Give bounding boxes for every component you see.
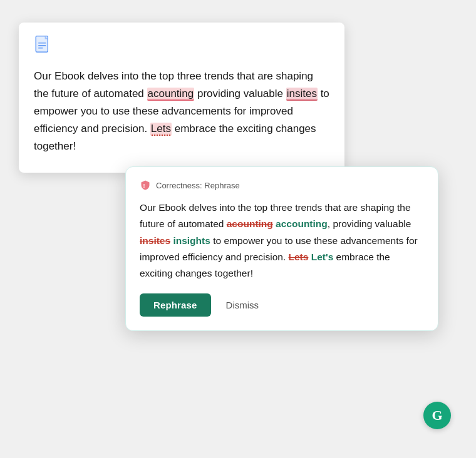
dismiss-button[interactable]: Dismiss bbox=[221, 293, 264, 317]
suggestion-card: ! Correctness: Rephrase Our Ebook delves… bbox=[125, 166, 438, 331]
grammarly-letter: G bbox=[432, 407, 442, 424]
misspelled-acounting: acounting bbox=[147, 88, 195, 101]
correct-accounting: accounting bbox=[276, 218, 328, 229]
google-doc-icon bbox=[34, 35, 329, 58]
wrong-lets: Lets bbox=[289, 252, 309, 262]
misspelled-lets: Lets bbox=[150, 123, 172, 136]
wrong-acounting: acounting bbox=[227, 218, 273, 229]
svg-text:!: ! bbox=[143, 183, 145, 189]
suggestion-body: Our Ebook delves into the top three tren… bbox=[140, 200, 424, 282]
misspelled-insites: insites bbox=[286, 88, 318, 101]
grammarly-badge[interactable]: G bbox=[423, 402, 451, 429]
document-card: Our Ebook delves into the top three tren… bbox=[19, 23, 344, 173]
rephrase-button[interactable]: Rephrase bbox=[140, 293, 211, 317]
suggestion-actions: Rephrase Dismiss bbox=[140, 293, 424, 317]
correct-insights: insights bbox=[173, 235, 210, 246]
suggestion-title: Correctness: Rephrase bbox=[156, 181, 240, 190]
correctness-icon: ! bbox=[140, 180, 151, 191]
suggestion-header: ! Correctness: Rephrase bbox=[140, 180, 424, 191]
document-text: Our Ebook delves into the top three tren… bbox=[34, 68, 329, 155]
wrong-insites: insites bbox=[140, 235, 170, 246]
correct-lets: Let's bbox=[311, 252, 334, 262]
